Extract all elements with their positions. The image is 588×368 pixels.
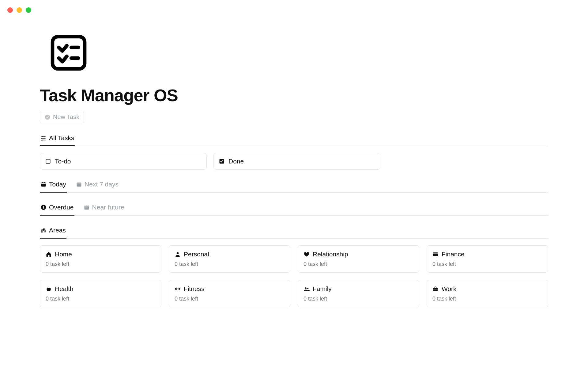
calendar-day-icon: [40, 181, 47, 187]
area-subtext: 0 task left: [46, 296, 156, 302]
area-head: Relationship: [303, 251, 413, 258]
calendar-icon: [84, 204, 90, 210]
area-subtext: 0 task left: [303, 261, 413, 267]
checkbox-empty-icon: [45, 158, 51, 164]
minimize-window-icon[interactable]: [17, 7, 22, 13]
page-icon: [47, 31, 548, 75]
tab-near-future[interactable]: Near future: [83, 201, 125, 216]
area-card-personal[interactable]: Personal0 task left: [169, 245, 290, 273]
heart-icon: [303, 251, 310, 257]
credit-card-icon: [432, 251, 439, 257]
area-subtext: 0 task left: [175, 261, 285, 267]
area-card-health[interactable]: Health0 task left: [40, 280, 161, 307]
alert-circle-icon: [40, 204, 47, 210]
checklist-app-icon: [47, 31, 90, 74]
status-card-todo[interactable]: To-do: [40, 153, 207, 170]
tab-all-tasks[interactable]: All Tasks: [40, 131, 75, 146]
tab-label: Overdue: [49, 204, 74, 211]
checkbox-checked-icon: [219, 158, 225, 164]
area-subtext: 0 task left: [432, 296, 542, 302]
group-icon: [303, 286, 310, 292]
area-label: Finance: [442, 251, 465, 258]
area-subtext: 0 task left: [432, 261, 542, 267]
person-icon: [175, 251, 181, 257]
area-card-home[interactable]: Home0 task left: [40, 245, 161, 273]
areas-grid: Home0 task leftPersonal0 task leftRelati…: [40, 245, 548, 307]
tabs-areas: Areas: [40, 224, 548, 239]
area-label: Home: [55, 251, 72, 258]
apple-icon: [46, 286, 52, 292]
status-label: Done: [228, 158, 244, 165]
area-head: Home: [46, 251, 156, 258]
tabs-day: Today Next 7 days: [40, 178, 548, 193]
tab-label: All Tasks: [49, 134, 74, 142]
close-window-icon[interactable]: [7, 7, 13, 13]
area-label: Personal: [184, 251, 209, 258]
briefcase-icon: [432, 286, 439, 292]
dumbbell-icon: [175, 286, 181, 292]
area-head: Family: [303, 285, 413, 293]
status-card-done[interactable]: Done: [213, 153, 380, 170]
area-head: Fitness: [175, 285, 285, 293]
page-title: Task Manager OS: [40, 85, 548, 105]
area-subtext: 0 task left: [175, 296, 285, 302]
svg-rect-23: [53, 37, 85, 69]
window-traffic-lights: [0, 0, 588, 13]
area-subtext: 0 task left: [46, 261, 156, 267]
tab-areas[interactable]: Areas: [40, 224, 66, 239]
building-icon: [40, 227, 47, 233]
status-row: To-do Done: [40, 153, 548, 170]
tab-label: Areas: [49, 227, 66, 234]
area-label: Fitness: [184, 285, 205, 293]
tab-label: Today: [49, 181, 66, 188]
tabs-overdue: Overdue Near future: [40, 201, 548, 216]
calendar-week-icon: [76, 181, 82, 187]
area-head: Finance: [432, 251, 542, 258]
new-task-label: New Task: [53, 113, 79, 121]
check-circle-icon: [44, 114, 51, 120]
area-head: Personal: [175, 251, 285, 258]
area-head: Health: [46, 285, 156, 293]
new-task-button[interactable]: New Task: [40, 111, 84, 123]
area-label: Relationship: [313, 251, 348, 258]
area-label: Health: [55, 285, 74, 293]
tab-overdue[interactable]: Overdue: [40, 201, 74, 216]
area-card-fitness[interactable]: Fitness0 task left: [169, 280, 290, 307]
area-subtext: 0 task left: [303, 296, 413, 302]
area-card-relationship[interactable]: Relationship0 task left: [298, 245, 419, 273]
tab-label: Next 7 days: [85, 181, 119, 188]
area-label: Work: [442, 285, 457, 293]
tab-next-7-days[interactable]: Next 7 days: [75, 178, 119, 193]
list-check-icon: [40, 135, 47, 141]
area-label: Family: [313, 285, 332, 293]
area-card-family[interactable]: Family0 task left: [298, 280, 419, 307]
house-icon: [46, 251, 52, 257]
area-card-work[interactable]: Work0 task left: [427, 280, 548, 307]
maximize-window-icon[interactable]: [26, 7, 31, 13]
tab-label: Near future: [92, 204, 124, 211]
tab-today[interactable]: Today: [40, 178, 67, 193]
area-head: Work: [432, 285, 542, 293]
area-card-finance[interactable]: Finance0 task left: [427, 245, 548, 273]
status-label: To-do: [55, 158, 71, 165]
tabs-all-tasks: All Tasks: [40, 131, 548, 146]
